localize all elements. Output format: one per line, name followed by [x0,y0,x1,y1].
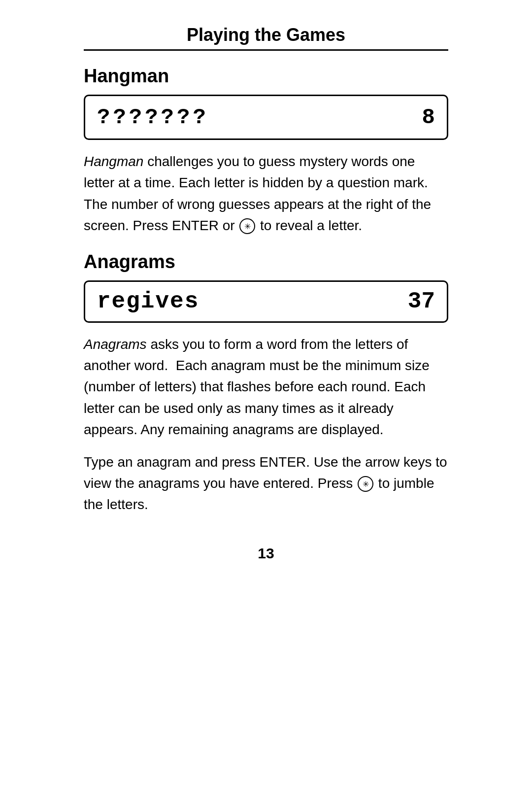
anagrams-display-text: regives [97,289,199,314]
enter-symbol-hangman [239,218,255,234]
page-header: Playing the Games [84,25,448,45]
enter-symbol-anagrams [358,476,373,492]
header-divider [84,49,448,51]
page-title: Playing the Games [84,25,448,45]
hangman-display-box: ??????? 8 [84,95,448,140]
anagrams-description1: Anagrams asks you to form a word from th… [84,334,448,441]
hangman-heading: Hangman [84,66,448,87]
anagrams-heading: Anagrams [84,251,448,273]
anagrams-display-number: 37 [408,289,435,314]
anagrams-section: Anagrams regives 37 Anagrams asks you to… [84,251,448,515]
page: Playing the Games Hangman ??????? 8 Hang… [64,0,468,591]
hangman-italic: Hangman [84,154,143,169]
anagrams-description2: Type an anagram and press ENTER. Use the… [84,451,448,515]
hangman-section: Hangman ??????? 8 Hangman challenges you… [84,66,448,237]
hangman-desc-end: to reveal a letter. [256,218,362,233]
page-number: 13 [84,545,448,562]
hangman-description: Hangman challenges you to guess mystery … [84,151,448,237]
hangman-display-text: ??????? [97,105,209,130]
hangman-display-number: 8 [422,105,435,130]
anagrams-italic: Anagrams [84,337,147,352]
anagrams-display-box: regives 37 [84,280,448,323]
